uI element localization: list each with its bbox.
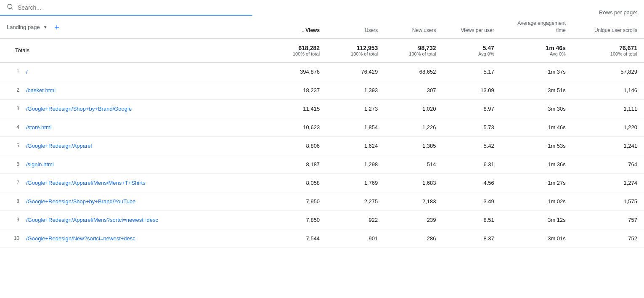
row-views-per-user: 6.31 [443, 155, 501, 173]
column-new-users[interactable]: New users [384, 16, 443, 38]
page-path-link[interactable]: /Google+Redesign/Apparel/Mens?sortci=new… [26, 217, 158, 223]
page-path-link[interactable]: /signin.html [26, 161, 54, 168]
row-users: 922 [326, 210, 384, 229]
column-avg-engagement-time[interactable]: Average engagement time [501, 16, 572, 38]
row-users: 1,854 [326, 118, 384, 136]
page-path-link[interactable]: /Google+Redesign/Apparel [26, 143, 92, 149]
row-views-per-user: 5.17 [443, 62, 501, 81]
table-row: 8 /Google+Redesign/Shop+by+Brand/YouTube… [0, 192, 644, 210]
totals-avg-engagement-time: 1m 46s Avg 0% [501, 38, 572, 62]
row-new-users: 1,385 [384, 136, 443, 155]
totals-vpu-sub: Avg 0% [450, 51, 494, 56]
row-views-per-user: 8.97 [443, 99, 501, 118]
row-new-users: 514 [384, 155, 443, 173]
row-users: 901 [326, 229, 384, 247]
column-landing-page[interactable]: Landing page ▼ + [0, 16, 268, 38]
row-views-per-user: 13.09 [443, 81, 501, 99]
totals-vpu-value: 5.47 [450, 45, 494, 51]
row-views-per-user: 3.49 [443, 192, 501, 210]
row-avg-engagement-time: 1m 53s [501, 136, 572, 155]
table-row: 7 /Google+Redesign/Apparel/Mens/Mens+T+S… [0, 173, 644, 192]
row-number: 2 [7, 87, 19, 93]
row-new-users: 1,020 [384, 99, 443, 118]
table-row: 2 /basket.html 18,237 1,393 307 13.09 3m… [0, 81, 644, 99]
totals-label: Totals [0, 38, 268, 62]
search-input[interactable] [18, 4, 246, 11]
search-bar[interactable] [0, 0, 252, 16]
row-new-users: 1,683 [384, 173, 443, 192]
row-views: 394,876 [268, 62, 326, 81]
page-path-link[interactable]: / [26, 69, 28, 75]
page-path-link[interactable]: /basket.html [26, 87, 56, 93]
row-views: 11,415 [268, 99, 326, 118]
totals-unique-user-scrolls: 76,671 100% of total [572, 38, 644, 62]
row-avg-engagement-time: 1m 27s [501, 173, 572, 192]
row-users: 1,393 [326, 81, 384, 99]
row-unique-user-scrolls: 752 [572, 229, 644, 247]
totals-aet-value: 1m 46s [508, 45, 566, 51]
row-avg-engagement-time: 1m 02s [501, 192, 572, 210]
row-views-per-user: 4.56 [443, 173, 501, 192]
row-views: 8,806 [268, 136, 326, 155]
page-path-link[interactable]: /Google+Redesign/Shop+by+Brand/Google [26, 106, 132, 112]
unique-user-scrolls-header-label: Unique user scrolls [594, 27, 637, 33]
row-views-per-user: 5.73 [443, 118, 501, 136]
row-views-per-user: 5.42 [443, 136, 501, 155]
row-avg-engagement-time: 3m 01s [501, 229, 572, 247]
row-number: 10 [7, 235, 19, 241]
row-users: 1,273 [326, 99, 384, 118]
column-unique-user-scrolls[interactable]: Unique user scrolls [572, 16, 644, 38]
table-row: 6 /signin.html 8,187 1,298 514 6.31 1m 3… [0, 155, 644, 173]
search-icon [7, 3, 13, 11]
row-number: 4 [7, 124, 19, 130]
totals-views-per-user: 5.47 Avg 0% [443, 38, 501, 62]
totals-uus-value: 76,671 [579, 45, 637, 51]
row-number: 8 [7, 198, 19, 204]
row-number: 7 [7, 180, 19, 186]
column-users[interactable]: Users [326, 16, 384, 38]
totals-users: 112,953 100% of total [326, 38, 384, 62]
row-avg-engagement-time: 3m 30s [501, 99, 572, 118]
add-dimension-button[interactable]: + [54, 21, 60, 34]
column-views-per-user[interactable]: Views per user [443, 16, 501, 38]
row-views: 7,850 [268, 210, 326, 229]
page-path-link[interactable]: /store.html [26, 124, 52, 130]
row-new-users: 239 [384, 210, 443, 229]
totals-new-users: 98,732 100% of total [384, 38, 443, 62]
row-number: 9 [7, 217, 19, 223]
table-row: 4 /store.html 10,623 1,854 1,226 5.73 1m… [0, 118, 644, 136]
row-users: 1,624 [326, 136, 384, 155]
row-unique-user-scrolls: 1,274 [572, 173, 644, 192]
new-users-header-label: New users [412, 27, 436, 33]
row-views: 8,058 [268, 173, 326, 192]
views-header-label: ↓ Views [302, 27, 320, 33]
row-views: 7,544 [268, 229, 326, 247]
users-header-label: Users [365, 27, 378, 33]
page-path-link[interactable]: /Google+Redesign/Shop+by+Brand/YouTube [26, 198, 135, 205]
row-views-per-user: 8.37 [443, 229, 501, 247]
totals-users-value: 112,953 [333, 45, 378, 51]
row-users: 76,429 [326, 62, 384, 81]
totals-users-sub: 100% of total [333, 51, 378, 56]
row-unique-user-scrolls: 1,111 [572, 99, 644, 118]
table-row: 9 /Google+Redesign/Apparel/Mens?sortci=n… [0, 210, 644, 229]
row-number: 6 [7, 161, 19, 167]
row-views: 8,187 [268, 155, 326, 173]
totals-row: Totals 618,282 100% of total 112,953 100… [0, 38, 644, 62]
table-row: 10 /Google+Redesign/New?sortci=newest+de… [0, 229, 644, 247]
page-path-link[interactable]: /Google+Redesign/Apparel/Mens/Mens+T+Shi… [26, 180, 146, 186]
row-new-users: 1,226 [384, 118, 443, 136]
row-new-users: 286 [384, 229, 443, 247]
row-avg-engagement-time: 3m 51s [501, 81, 572, 99]
row-avg-engagement-time: 1m 46s [501, 118, 572, 136]
page-path-link[interactable]: /Google+Redesign/New?sortci=newest+desc [26, 235, 135, 242]
column-views[interactable]: ↓ Views [268, 16, 326, 38]
totals-new-users-value: 98,732 [391, 45, 436, 51]
row-unique-user-scrolls: 757 [572, 210, 644, 229]
row-number: 3 [7, 106, 19, 112]
views-per-user-header-label: Views per user [461, 27, 494, 33]
avg-engagement-time-header-label: Average engagement time [517, 20, 566, 33]
landing-page-filter-label[interactable]: Landing page [7, 24, 40, 31]
row-views: 10,623 [268, 118, 326, 136]
row-unique-user-scrolls: 57,829 [572, 62, 644, 81]
